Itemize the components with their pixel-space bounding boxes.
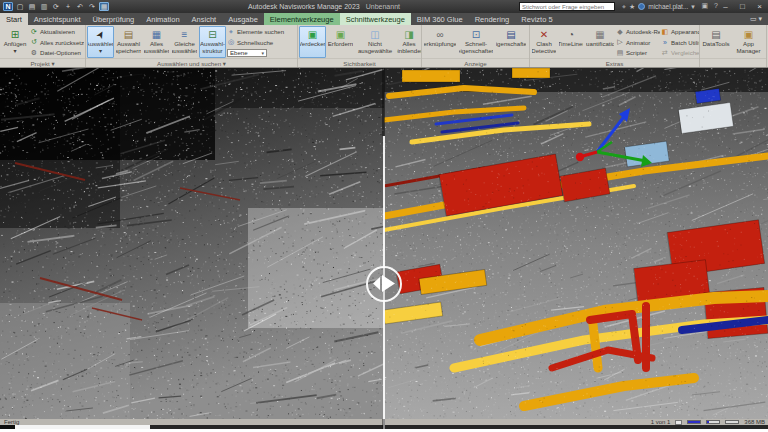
button-label: Schnellsuche	[237, 39, 273, 46]
chevron-down-icon[interactable]: ▾	[261, 50, 264, 56]
button-label: Auswählen ▾	[87, 41, 114, 54]
search-input[interactable]	[519, 2, 615, 11]
select-mode-button[interactable]: ▦	[99, 2, 109, 11]
button-auswählen-[interactable]: ➤Auswählen ▾	[87, 26, 114, 58]
ribbon-tab-bar: StartAnsichtspunktÜberprüfungAnimationAn…	[0, 13, 768, 25]
button-nicht-ausgewählte-ausblenden[interactable]: ◫Nicht ausgewählte ausblenden	[355, 26, 395, 58]
disk-progress-meter	[706, 420, 720, 424]
tab-animation[interactable]: Animation	[140, 13, 185, 25]
ribbon-group-title[interactable]: Anzeige	[422, 58, 529, 67]
compare-divider-top	[382, 68, 385, 136]
user-area[interactable]: ⌖ ★ michael.plat... ▾	[622, 2, 695, 11]
button-auswahl-speichern[interactable]: ▤Auswahl speichern	[115, 26, 142, 58]
button-alles-einblenden-[interactable]: ◨Alles einblenden ▾	[396, 26, 421, 58]
scripter-icon: ▤	[616, 49, 624, 57]
ribbon-stack: ◧Appearance Profiler»Batch Utility⇄Vergl…	[661, 26, 699, 58]
sheet-browser-icon[interactable]	[675, 420, 682, 425]
button-verknüpfungen[interactable]: ∞Verknüpfungen	[423, 26, 457, 58]
button-auswahl-struktur[interactable]: ⊟Auswahl-struktur	[199, 26, 226, 58]
button-clash-detective[interactable]: ✕Clash Detective	[531, 26, 557, 58]
button-alles-zurücksetzen-[interactable]: ↺Alles zurücksetzen... ▾	[30, 37, 84, 47]
button-gleiche-auswählen-[interactable]: ≡Gleiche auswählen ▾	[171, 26, 198, 58]
ribbon-group-sichtbarkeit: ▣Verdecken▣Erfordern◫Nicht ausgewählte a…	[298, 25, 422, 67]
favorites-icon[interactable]: ★	[629, 2, 635, 11]
app-title: Autodesk Navisworks Manage 2023	[248, 3, 360, 10]
button-animator[interactable]: ▷Animator	[616, 37, 660, 47]
tab-schnittwerkzeuge[interactable]: Schnittwerkzeuge	[340, 13, 411, 25]
user-avatar	[638, 3, 645, 10]
pan-button[interactable]: +	[63, 2, 73, 11]
user-name[interactable]: michael.plat...	[648, 3, 688, 10]
button-autodesk-rendering[interactable]: ◆Autodesk-Rendering	[616, 27, 660, 37]
refresh-button[interactable]: ⟳	[51, 2, 61, 11]
button-aktualisieren[interactable]: ⟳Aktualisieren	[30, 27, 84, 37]
button-alles-auswählen-[interactable]: ▦Alles auswählen ▾	[143, 26, 170, 58]
save-selection-icon: ▤	[124, 28, 133, 41]
tab-ansichtspunkt[interactable]: Ansichtspunkt	[28, 13, 87, 25]
button-label: Auswahl speichern	[115, 41, 141, 54]
restore-button[interactable]: □	[736, 1, 749, 11]
compare-icon: ⇄	[661, 49, 669, 57]
pointcloud-view-left[interactable]	[0, 68, 384, 419]
button-label: Batch Utility	[671, 39, 699, 46]
button-schnell-eigenschaften[interactable]: ⊡Schnell-eigenschaften	[458, 26, 494, 58]
button-label: Clash Detective	[531, 41, 556, 54]
quick-find-icon: ◎	[227, 38, 235, 46]
button-erfordern[interactable]: ▣Erfordern	[327, 26, 354, 58]
search-go-icon[interactable]: ⌖	[622, 2, 626, 11]
ribbon-stack: ⟳Aktualisieren↺Alles zurücksetzen... ▾⚙D…	[30, 26, 84, 58]
undo-button[interactable]: ↶	[75, 2, 85, 11]
tab-elementwerkzeuge[interactable]: Elementwerkzeuge	[264, 13, 340, 25]
model-view-right[interactable]	[384, 68, 768, 419]
quantification-icon: ▦	[595, 28, 604, 41]
button-batch-utility[interactable]: »Batch Utility	[661, 37, 699, 47]
print-button[interactable]: ▥	[39, 2, 49, 11]
button-anfügen-[interactable]: ⊞Anfügen ▾	[1, 26, 29, 58]
scene-viewport[interactable]	[0, 68, 768, 419]
button-elemente-suchen[interactable]: ⌖Elemente suchen	[227, 27, 297, 37]
button-label: Quantification	[585, 41, 615, 48]
redo-button[interactable]: ↷	[87, 2, 97, 11]
button-eigenschaften[interactable]: ▤Eigenschaften	[495, 26, 527, 58]
open-button[interactable]: ▢	[15, 2, 25, 11]
button-app-manager[interactable]: ▣App Manager	[732, 26, 765, 58]
tab-ansicht[interactable]: Ansicht	[186, 13, 223, 25]
tab-revizto-5[interactable]: Revizto 5	[515, 13, 558, 25]
button-label: Appearance Profiler	[671, 28, 699, 35]
button-label: Alles zurücksetzen... ▾	[40, 39, 84, 46]
animator-icon: ▷	[616, 38, 624, 46]
pencil-progress-meter	[687, 420, 701, 424]
selection-resolution-dropdown[interactable]: Ebene▾	[227, 49, 267, 57]
button-label: DataTools	[702, 41, 729, 48]
button-schnellsuche[interactable]: ◎Schnellsuche	[227, 37, 297, 47]
user-caret-icon[interactable]: ▾	[691, 2, 695, 11]
before-after-slider-handle[interactable]	[366, 266, 402, 302]
button-appearance-profiler[interactable]: ◧Appearance Profiler	[661, 27, 699, 37]
ribbon-group-title[interactable]: Sichtbarkeit	[298, 58, 421, 67]
appearance-profiler-icon: ◧	[661, 28, 669, 36]
tab-start[interactable]: Start	[0, 13, 28, 25]
ribbon-group-title[interactable]: Extras	[530, 58, 699, 67]
ribbon-display-options[interactable]: ▭ ▾	[744, 13, 768, 25]
tab--berpr-fung[interactable]: Überprüfung	[87, 13, 141, 25]
ribbon-group-title[interactable]: Auswählen und suchen ▾	[86, 58, 297, 67]
save-button[interactable]: ▤	[27, 2, 37, 11]
button-quantification[interactable]: ▦Quantification	[585, 26, 615, 58]
compare-divider-bottom	[382, 419, 385, 429]
button-scripter[interactable]: ▤Scripter	[616, 48, 660, 58]
button-datatools[interactable]: ▤DataTools	[701, 26, 731, 58]
close-button[interactable]: ×	[753, 1, 766, 11]
ribbon-stack: ◆Autodesk-Rendering▷Animator▤Scripter	[616, 26, 660, 58]
button-ebene[interactable]: Ebene▾	[227, 48, 297, 58]
minimize-button[interactable]: –	[719, 1, 732, 11]
help-icon[interactable]: ?	[714, 2, 718, 10]
tab-rendering[interactable]: Rendering	[469, 13, 516, 25]
ribbon-group-title[interactable]: Projekt ▾	[0, 58, 85, 67]
application-menu-button[interactable]: N	[3, 2, 13, 11]
whats-new-icon[interactable]: ▣	[701, 2, 708, 10]
button-datei-optionen[interactable]: ⚙Datei-Optionen	[30, 48, 84, 58]
tab-ausgabe[interactable]: Ausgabe	[222, 13, 264, 25]
button-timeliner[interactable]: ◔TimeLiner	[558, 26, 584, 58]
tab-bim-360-glue[interactable]: BIM 360 Glue	[411, 13, 469, 25]
button-verdecken[interactable]: ▣Verdecken	[299, 26, 326, 58]
